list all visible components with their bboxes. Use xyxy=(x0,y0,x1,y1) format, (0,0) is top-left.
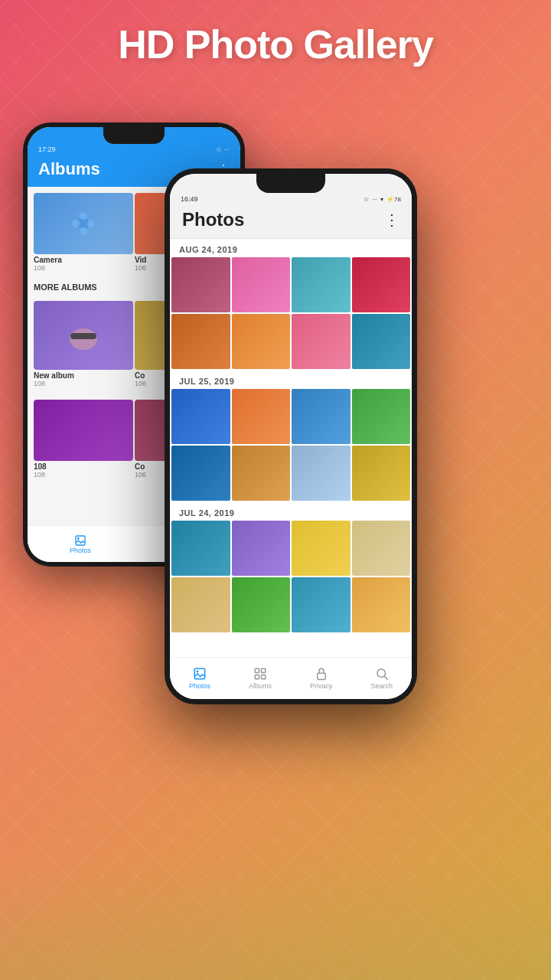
photo-14[interactable] xyxy=(232,446,291,501)
svg-point-3 xyxy=(80,227,87,235)
photo-12[interactable] xyxy=(352,389,411,444)
phone-front-nav: Photos Albums Privacy xyxy=(170,657,412,699)
phone-front-statusicons: ☆ ··· ▾ ⚡78 xyxy=(364,196,401,203)
album-108-thumb xyxy=(34,400,133,461)
privacy-nav-icon xyxy=(315,667,328,681)
album-newalbum-label: New album xyxy=(34,371,133,380)
section-aug24-grid xyxy=(170,257,412,371)
svg-point-20 xyxy=(377,669,386,678)
album-108[interactable]: 108 108 xyxy=(34,400,133,479)
photos-nav-icon xyxy=(193,667,207,681)
section-aug24-label: AUG 24, 2019 xyxy=(170,239,412,257)
albums-nav-icon xyxy=(253,667,267,681)
photo-15[interactable] xyxy=(292,446,350,501)
nav-privacy[interactable]: Privacy xyxy=(310,667,333,690)
svg-point-1 xyxy=(80,212,87,220)
section-jul24-label: JUL 24, 2019 xyxy=(170,502,412,521)
flower-icon xyxy=(68,208,99,239)
album-camera-label: Camera xyxy=(34,256,133,264)
photo-2[interactable] xyxy=(232,257,291,312)
svg-rect-6 xyxy=(70,333,96,339)
phone-front-notch xyxy=(256,174,325,193)
phone-front: 16:49 ☆ ··· ▾ ⚡78 Photos ⋮ AUG 24, 2019 xyxy=(165,168,417,704)
section-jul25-label: JUL 25, 2019 xyxy=(170,371,412,389)
svg-rect-7 xyxy=(76,536,85,545)
svg-rect-18 xyxy=(261,675,265,679)
photo-22[interactable] xyxy=(232,577,291,632)
svg-point-2 xyxy=(87,220,95,227)
section-jul25-grid xyxy=(170,389,412,502)
photo-21[interactable] xyxy=(171,577,230,632)
photo-23[interactable] xyxy=(292,577,350,632)
photo-6[interactable] xyxy=(232,314,291,369)
svg-rect-15 xyxy=(255,668,259,672)
phone-back-icons: ☆ ··· xyxy=(216,145,230,153)
nav-photos[interactable]: Photos xyxy=(189,667,210,690)
section-jul24-grid xyxy=(170,521,412,577)
photo-24[interactable] xyxy=(352,577,411,632)
app-title: HD Photo Gallery xyxy=(0,21,551,67)
svg-point-4 xyxy=(72,220,80,227)
nav-search-label: Search xyxy=(370,682,393,690)
floor-decoration xyxy=(0,858,551,980)
phone-front-content: AUG 24, 2019 JUL 25, 2019 xyxy=(170,239,412,691)
album-newalbum-thumb xyxy=(34,301,133,370)
search-nav-icon xyxy=(375,667,389,681)
usb-icon: ☆ xyxy=(364,196,369,203)
photo-17[interactable] xyxy=(171,521,230,576)
nav-back-photos[interactable]: Photos xyxy=(70,534,91,554)
album-newalbum-count: 108 xyxy=(34,380,133,387)
photo-11[interactable] xyxy=(292,389,350,444)
nav-albums[interactable]: Albums xyxy=(249,667,272,690)
svg-rect-19 xyxy=(317,673,325,679)
album-108-count: 108 xyxy=(34,471,133,479)
photo-1[interactable] xyxy=(171,257,230,312)
album-newalbum[interactable]: New album 108 xyxy=(34,301,133,387)
nav-search[interactable]: Search xyxy=(370,667,393,690)
albums-title: Albums xyxy=(38,159,100,179)
more-icon: ··· xyxy=(372,196,377,203)
phone-back-notch xyxy=(103,127,165,144)
battery-icon: ⚡78 xyxy=(386,196,401,203)
phone-back-time: 17:29 xyxy=(38,145,56,153)
album-camera-thumb xyxy=(34,193,133,254)
wifi-icon: ▾ xyxy=(380,196,383,203)
photo-4[interactable] xyxy=(352,257,411,312)
photo-8[interactable] xyxy=(352,314,411,369)
nav-back-photos-label: Photos xyxy=(70,547,91,554)
phone-front-time: 16:49 xyxy=(181,195,198,203)
photo-9[interactable] xyxy=(171,389,230,444)
photo-20[interactable] xyxy=(352,521,411,576)
photos-menu-icon[interactable]: ⋮ xyxy=(384,211,399,229)
section-jul24-grid2 xyxy=(170,577,412,634)
photo-10[interactable] xyxy=(232,389,291,444)
sunglasses-icon xyxy=(64,316,103,354)
svg-point-14 xyxy=(197,671,199,673)
photo-3[interactable] xyxy=(292,257,350,312)
photo-5[interactable] xyxy=(171,314,230,369)
album-108-label: 108 xyxy=(34,462,133,471)
svg-rect-13 xyxy=(194,668,205,679)
svg-rect-17 xyxy=(255,675,259,679)
photo-16[interactable] xyxy=(352,446,411,501)
photos-title: Photos xyxy=(182,209,244,230)
photo-13[interactable] xyxy=(171,446,230,501)
photo-19[interactable] xyxy=(292,521,350,576)
album-camera-count: 108 xyxy=(34,264,133,272)
photos-icon-back xyxy=(74,534,86,547)
phone-front-header: Photos ⋮ xyxy=(170,206,412,239)
album-camera[interactable]: Camera 108 xyxy=(34,193,133,272)
photo-18[interactable] xyxy=(232,521,291,576)
svg-point-8 xyxy=(77,537,80,540)
photo-7[interactable] xyxy=(292,314,350,369)
svg-rect-16 xyxy=(261,668,265,672)
nav-photos-label: Photos xyxy=(189,682,210,690)
nav-albums-label: Albums xyxy=(249,682,272,690)
svg-line-21 xyxy=(384,676,387,679)
phone-front-screen: 16:49 ☆ ··· ▾ ⚡78 Photos ⋮ AUG 24, 2019 xyxy=(170,174,412,699)
nav-privacy-label: Privacy xyxy=(310,682,333,690)
